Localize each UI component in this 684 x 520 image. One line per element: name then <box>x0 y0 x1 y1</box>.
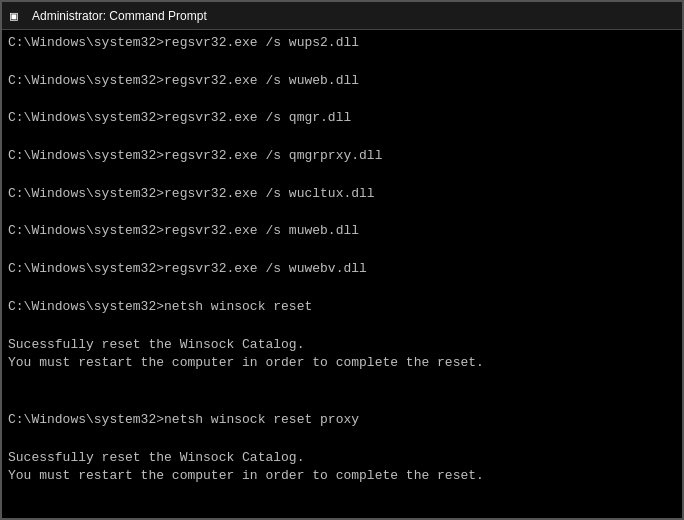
terminal-line: C:\Windows\system32>netsh winsock reset … <box>8 411 676 430</box>
terminal-line: C:\Windows\system32>regsvr32.exe /s wuwe… <box>8 260 676 279</box>
terminal-line: You must restart the computer in order t… <box>8 354 676 373</box>
command-prompt-window: ▣ Administrator: Command Prompt C:\Windo… <box>0 0 684 520</box>
title-bar: ▣ Administrator: Command Prompt <box>2 2 682 30</box>
terminal-line: You must restart the computer in order t… <box>8 467 676 486</box>
terminal-line: C:\Windows\system32>regsvr32.exe /s wups… <box>8 34 676 53</box>
terminal-line: C:\Windows\system32>regsvr32.exe /s muwe… <box>8 222 676 241</box>
terminal-line: C:\Windows\system32>regsvr32.exe /s wucl… <box>8 185 676 204</box>
terminal-line: C:\Windows\system32>regsvr32.exe /s qmgr… <box>8 147 676 166</box>
terminal-line: C:\Windows\system32>regsvr32.exe /s qmgr… <box>8 109 676 128</box>
terminal-line: C:\Windows\system32>regsvr32.exe /s wuwe… <box>8 72 676 91</box>
cmd-icon: ▣ <box>10 8 26 24</box>
terminal-line: Sucessfully reset the Winsock Catalog. <box>8 336 676 355</box>
title-bar-text: Administrator: Command Prompt <box>32 9 674 23</box>
terminal-body[interactable]: C:\Windows\system32>regsvr32.exe /s wups… <box>2 30 682 518</box>
terminal-line: C:\Windows\system32>netsh winsock reset <box>8 298 676 317</box>
terminal-line: Sucessfully reset the Winsock Catalog. <box>8 449 676 468</box>
